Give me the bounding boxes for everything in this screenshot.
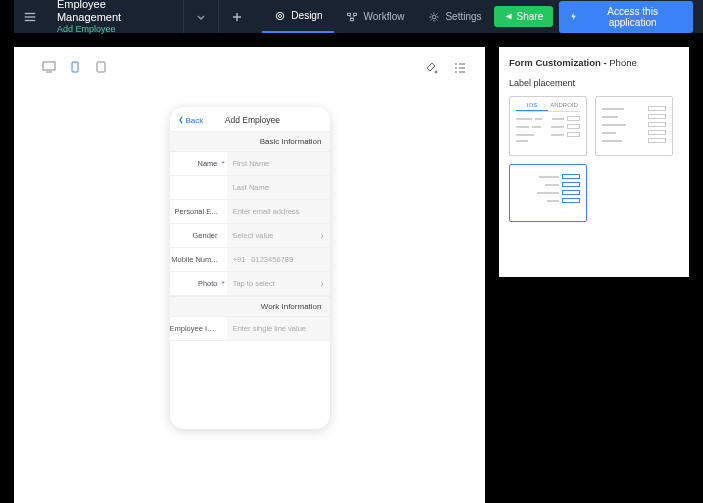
device-switcher	[42, 61, 108, 73]
name-label: Name	[170, 159, 222, 168]
design-icon	[274, 10, 286, 22]
mini-tab-android: ANDROID	[548, 102, 580, 111]
canvas-tools	[425, 61, 467, 75]
field-name-last[interactable]: * Last Name	[170, 176, 330, 200]
tab-settings[interactable]: Settings	[416, 0, 493, 33]
email-label: Personal E...	[170, 207, 222, 216]
mini-tab-ios: IOS	[516, 102, 548, 111]
share-icon	[504, 12, 513, 21]
phone-header: Back Add Employee	[170, 107, 330, 131]
first-name-input[interactable]: First Name	[227, 152, 330, 175]
tab-design[interactable]: Design	[262, 0, 334, 33]
layout-option-tabs[interactable]: IOSANDROID	[509, 96, 587, 156]
mobile-input[interactable]: +910123456789	[227, 248, 330, 271]
workflow-icon	[346, 11, 358, 23]
label-placement-heading: Label placement	[509, 78, 679, 88]
empid-input[interactable]: Enter single line value	[227, 317, 330, 340]
gear-icon	[428, 11, 440, 23]
mobile-label: Mobile Num...	[170, 255, 222, 264]
svg-point-5	[277, 12, 285, 20]
chevron-right-icon: ›	[321, 231, 324, 241]
app-title-block: Employee Management Add Employee	[47, 0, 183, 33]
app-subtitle: Add Employee	[57, 24, 173, 35]
svg-rect-13	[43, 62, 55, 70]
svg-rect-16	[97, 62, 105, 72]
section-work: Work Information	[170, 296, 330, 317]
svg-rect-15	[72, 62, 78, 72]
layout-options: IOSANDROID	[509, 96, 679, 222]
share-label: Share	[517, 11, 544, 22]
field-name-first[interactable]: Name* First Name	[170, 152, 330, 176]
menu-icon[interactable]	[14, 0, 47, 33]
design-canvas: Back Add Employee Basic Information Name…	[14, 47, 485, 503]
gender-label: Gender	[170, 231, 222, 240]
layout-option-inline[interactable]	[595, 96, 673, 156]
chevron-right-icon: ›	[321, 279, 324, 289]
tablet-icon[interactable]	[94, 61, 108, 73]
bolt-icon	[569, 12, 578, 21]
svg-point-12	[433, 15, 437, 19]
app-title: Employee Management	[57, 0, 173, 24]
svg-rect-7	[348, 13, 351, 15]
layout-option-right[interactable]	[509, 164, 587, 222]
app-switcher-button[interactable]	[183, 0, 219, 33]
theme-icon[interactable]	[425, 61, 439, 75]
field-empid[interactable]: Employee ID...* Enter single line value	[170, 317, 330, 341]
top-bar: Employee Management Add Employee Design …	[14, 0, 703, 33]
last-name-input[interactable]: Last Name	[227, 176, 330, 199]
workspace: Back Add Employee Basic Information Name…	[0, 33, 703, 503]
svg-rect-8	[354, 13, 357, 15]
svg-rect-9	[351, 18, 354, 20]
phone-title: Add Employee	[183, 115, 321, 125]
share-button[interactable]: Share	[494, 6, 554, 27]
phone-icon[interactable]	[68, 61, 82, 73]
svg-point-17	[435, 71, 437, 73]
nav-tabs: Design Workflow Settings	[262, 0, 493, 33]
spacing-icon[interactable]	[453, 61, 467, 75]
gender-select[interactable]: Select value›	[227, 224, 330, 247]
tab-workflow-label: Workflow	[363, 11, 404, 22]
field-photo[interactable]: Photo* Tap to select›	[170, 272, 330, 296]
photo-label: Photo	[170, 279, 222, 288]
svg-point-6	[279, 14, 282, 17]
phone-preview: Back Add Employee Basic Information Name…	[170, 107, 330, 429]
tab-settings-label: Settings	[445, 11, 481, 22]
tab-workflow[interactable]: Workflow	[334, 0, 416, 33]
photo-select[interactable]: Tap to select›	[227, 272, 330, 295]
field-mobile[interactable]: Mobile Num...* +910123456789	[170, 248, 330, 272]
tab-design-label: Design	[291, 10, 322, 21]
email-input[interactable]: Enter email address	[227, 200, 330, 223]
desktop-icon[interactable]	[42, 61, 56, 73]
side-panel: Form Customization - Phone Label placeme…	[499, 47, 689, 277]
empid-label: Employee ID...	[170, 324, 222, 333]
field-email[interactable]: Personal E...* Enter email address	[170, 200, 330, 224]
add-button[interactable]	[218, 0, 254, 33]
access-label: Access this application	[582, 6, 683, 28]
section-basic: Basic Information	[170, 131, 330, 152]
panel-title: Form Customization - Phone	[509, 57, 679, 68]
field-gender[interactable]: Gender* Select value›	[170, 224, 330, 248]
access-button[interactable]: Access this application	[559, 1, 693, 33]
